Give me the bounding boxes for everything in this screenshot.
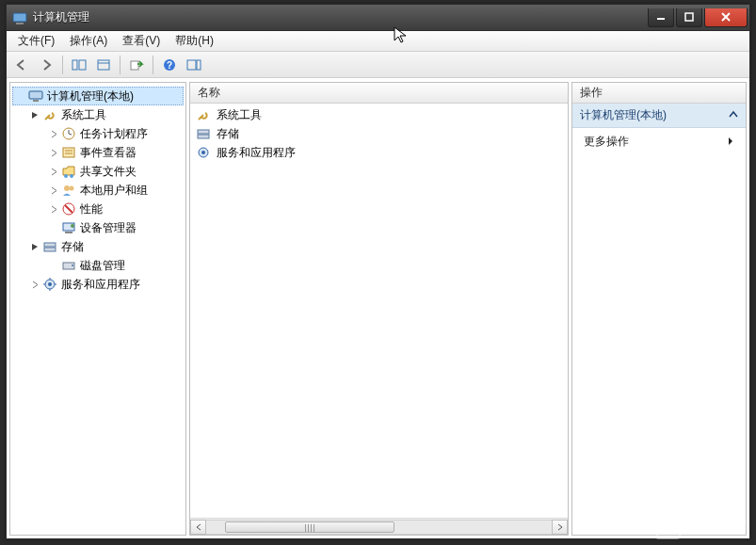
scroll-right-button[interactable]: [552, 520, 568, 535]
tree-node-shared-folders[interactable]: 共享文件夹: [12, 162, 184, 181]
tree-label: 事件查看器: [80, 145, 137, 161]
tree-node-root[interactable]: 计算机管理(本地): [12, 87, 184, 105]
expand-icon[interactable]: [48, 147, 59, 158]
tree-node-storage[interactable]: 存储: [12, 237, 184, 256]
tree-label: 任务计划程序: [80, 126, 148, 142]
tree-node-performance[interactable]: 性能: [12, 200, 184, 218]
menubar: 文件(F) 操作(A) 查看(V) 帮助(H): [7, 31, 749, 52]
minimize-button[interactable]: [648, 8, 674, 27]
users-icon: [61, 183, 76, 198]
toolbar: ?: [7, 52, 749, 78]
device-manager-icon: [61, 220, 76, 235]
properties-button[interactable]: [92, 55, 115, 75]
close-button[interactable]: [704, 8, 748, 27]
collapse-icon[interactable]: [29, 241, 40, 252]
svg-rect-14: [197, 60, 201, 70]
tree-node-services-apps[interactable]: 服务和应用程序: [12, 275, 184, 294]
window-frame: 计算机管理 文件(F) 操作(A) 查看(V) 帮助(H): [6, 4, 750, 539]
svg-rect-15: [29, 91, 42, 99]
show-actions-button[interactable]: [183, 55, 205, 75]
tree: 计算机管理(本地) 系统工具: [10, 83, 185, 297]
actions-section-title[interactable]: 计算机管理(本地): [572, 104, 746, 128]
menu-file[interactable]: 文件(F): [10, 31, 62, 51]
svg-rect-6: [72, 60, 77, 70]
expand-icon[interactable]: [48, 184, 59, 196]
svg-rect-8: [98, 60, 109, 70]
expand-icon[interactable]: [48, 166, 59, 177]
svg-point-23: [64, 174, 68, 178]
tree-node-device-manager[interactable]: 设备管理器: [12, 218, 184, 237]
list-item-label: 系统工具: [217, 107, 262, 123]
tree-label: 存储: [61, 239, 84, 255]
services-icon: [42, 277, 57, 292]
horizontal-scrollbar[interactable]: [190, 518, 568, 535]
services-icon: [196, 145, 211, 160]
action-item-label: 更多操作: [584, 134, 629, 150]
list: 系统工具 存储 服务和应用程序: [190, 104, 568, 518]
expand-icon[interactable]: [48, 128, 59, 139]
watermark: 系统之家: [658, 515, 748, 539]
actions-list: 计算机管理(本地) 更多操作: [572, 104, 746, 155]
svg-rect-16: [33, 100, 39, 102]
list-item-system-tools[interactable]: 系统工具: [190, 105, 568, 124]
scroll-left-button[interactable]: [190, 520, 206, 535]
collapse-section-icon[interactable]: [729, 109, 738, 122]
export-button[interactable]: [125, 55, 148, 75]
menu-action[interactable]: 操作(A): [62, 31, 115, 51]
menu-help[interactable]: 帮助(H): [168, 31, 221, 51]
tree-node-event-viewer[interactable]: 事件查看器: [12, 143, 184, 162]
column-header-name[interactable]: 名称: [190, 83, 568, 104]
svg-point-26: [70, 186, 74, 191]
forward-button[interactable]: [35, 55, 57, 75]
watermark-text: 系统之家: [688, 519, 748, 536]
svg-point-35: [72, 264, 73, 266]
svg-point-31: [71, 224, 74, 228]
storage-icon: [196, 126, 211, 141]
svg-rect-20: [63, 148, 74, 157]
scroll-track[interactable]: [206, 520, 552, 535]
maximize-button[interactable]: [676, 8, 702, 27]
tree-node-system-tools[interactable]: 系统工具: [12, 105, 184, 124]
svg-rect-13: [187, 60, 196, 70]
window-title: 计算机管理: [33, 9, 89, 25]
list-item-label: 服务和应用程序: [217, 145, 296, 161]
svg-point-24: [70, 174, 73, 178]
list-item-services-apps[interactable]: 服务和应用程序: [190, 143, 568, 162]
svg-rect-30: [65, 232, 72, 233]
back-button[interactable]: [10, 55, 33, 75]
titlebar[interactable]: 计算机管理: [7, 5, 749, 31]
tree-label: 设备管理器: [80, 220, 137, 236]
tree-label: 系统工具: [61, 107, 106, 123]
watermark-logo-icon: [655, 515, 685, 539]
svg-rect-42: [198, 130, 209, 134]
action-more-actions[interactable]: 更多操作: [572, 128, 746, 155]
storage-icon: [42, 239, 57, 254]
menu-view[interactable]: 查看(V): [115, 31, 168, 51]
list-pane: 名称 系统工具 存储: [189, 82, 569, 536]
tree-node-task-scheduler[interactable]: 任务计划程序: [12, 124, 184, 143]
window-controls: [646, 8, 748, 27]
performance-icon: [61, 201, 76, 216]
tree-label: 磁盘管理: [80, 258, 125, 274]
collapse-icon[interactable]: [29, 109, 40, 120]
tools-icon: [42, 107, 57, 122]
shared-folder-icon: [61, 164, 76, 179]
list-item-storage[interactable]: 存储: [190, 124, 568, 143]
tree-node-local-users[interactable]: 本地用户和组: [12, 181, 184, 200]
clock-icon: [61, 126, 76, 141]
svg-rect-43: [198, 135, 209, 138]
tree-label: 共享文件夹: [80, 164, 137, 180]
show-hide-tree-button[interactable]: [68, 55, 90, 75]
actions-header: 操作: [572, 83, 746, 104]
toolbar-separator: [120, 56, 121, 74]
expand-icon[interactable]: [29, 279, 40, 290]
help-button[interactable]: ?: [158, 55, 181, 75]
svg-rect-10: [131, 61, 138, 70]
tree-label: 性能: [80, 201, 103, 217]
tree-node-disk-management[interactable]: 磁盘管理: [12, 256, 184, 275]
scroll-thumb[interactable]: [225, 521, 394, 533]
computer-icon: [28, 88, 43, 104]
svg-rect-0: [13, 13, 26, 22]
tree-pane: 计算机管理(本地) 系统工具: [9, 82, 186, 536]
expand-icon[interactable]: [48, 203, 59, 215]
